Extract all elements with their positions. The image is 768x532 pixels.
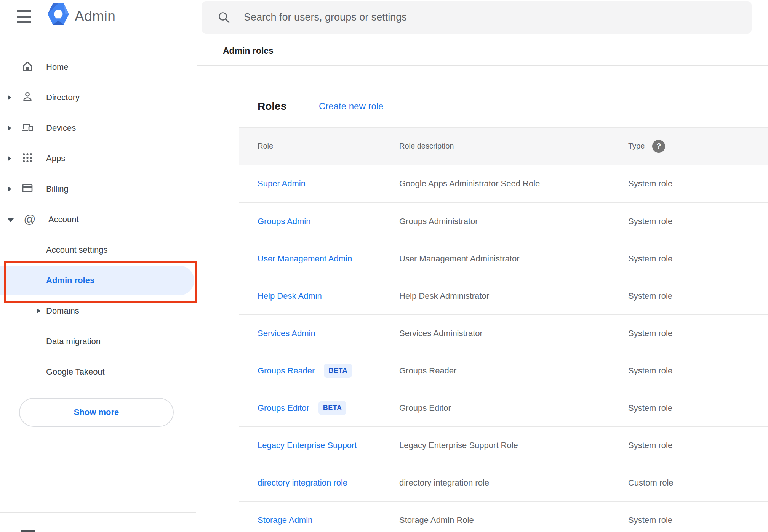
roles-title: Roles — [258, 100, 286, 112]
table-row-groups-editor: Groups Editor BETA Groups Editor System … — [239, 389, 768, 426]
table-header-row: Role Role description Type ? — [239, 127, 768, 165]
role-type: Custom role — [628, 478, 768, 488]
role-type: System role — [628, 366, 768, 376]
sidebar-subitem-google-takeout[interactable]: Google Takeout — [0, 357, 196, 387]
role-link[interactable]: Groups Admin — [258, 216, 310, 226]
roles-table-body: Super Admin Google Apps Administrator Se… — [239, 165, 768, 532]
column-header-type: Type — [628, 142, 645, 151]
role-description: Services Administrator — [399, 328, 628, 338]
table-row-groups-admin: Groups Admin Groups Administrator System… — [239, 202, 768, 240]
table-row-storage-admin: Storage Admin Storage Admin Role System … — [239, 501, 768, 532]
expand-arrow-icon[interactable] — [37, 309, 41, 313]
role-type: System role — [628, 441, 768, 450]
role-description: User Management Administrator — [399, 254, 628, 264]
role-link[interactable]: Super Admin — [258, 179, 306, 189]
role-link[interactable]: Storage Admin — [258, 515, 312, 525]
billing-card-icon — [21, 182, 34, 196]
beta-badge: BETA — [318, 401, 347, 415]
sidebar-item-home[interactable]: Home — [0, 52, 196, 82]
role-type: System role — [628, 515, 768, 525]
directory-person-icon — [21, 91, 34, 104]
search-icon — [217, 11, 231, 24]
sidebar-nav-top: Home Directory Devices Apps — [0, 52, 196, 235]
table-row-help-desk-admin: Help Desk Admin Help Desk Administrator … — [239, 277, 768, 314]
table-row-directory-integration-role: directory integration role directory int… — [239, 464, 768, 501]
role-description: Legacy Enterprise Support Role — [399, 441, 628, 450]
table-row-super-admin: Super Admin Google Apps Administrator Se… — [239, 165, 768, 202]
breadcrumb: Admin roles — [223, 46, 274, 56]
role-description: Groups Editor — [399, 403, 628, 413]
sidebar-item-devices[interactable]: Devices — [0, 113, 196, 143]
role-description: Groups Administrator — [399, 216, 628, 226]
expand-arrow-icon[interactable] — [8, 218, 14, 222]
role-link[interactable]: Groups Reader — [258, 366, 315, 376]
column-header-role-description: Role description — [399, 142, 628, 151]
column-header-role: Role — [258, 142, 399, 151]
role-type: System role — [628, 291, 768, 301]
role-description: Google Apps Administrator Seed Role — [399, 179, 628, 189]
role-description: directory integration role — [399, 478, 628, 488]
expand-arrow-icon[interactable] — [8, 125, 11, 131]
role-type: System role — [628, 254, 768, 264]
sidebar: Admin Home Directory Devices — [0, 0, 196, 532]
sidebar-nav-children: Account settings Admin roles Domains Dat… — [0, 235, 196, 387]
role-type: System role — [628, 403, 768, 413]
account-at-icon: @ — [24, 213, 35, 226]
hamburger-menu-icon[interactable] — [17, 10, 31, 23]
role-description: Storage Admin Role — [399, 515, 628, 525]
table-row-groups-reader: Groups Reader BETA Groups Reader System … — [239, 352, 768, 389]
sidebar-subitem-admin-roles[interactable]: Admin roles — [0, 265, 196, 296]
search-bar[interactable] — [202, 1, 752, 34]
create-new-role-link[interactable]: Create new role — [319, 101, 383, 112]
app-title: Admin — [75, 8, 115, 24]
role-link[interactable]: Services Admin — [258, 328, 315, 338]
roles-card-header: Roles Create new role — [239, 85, 768, 127]
expand-arrow-icon[interactable] — [8, 156, 11, 161]
table-row-legacy-enterprise-support: Legacy Enterprise Support Legacy Enterpr… — [239, 426, 768, 464]
beta-badge: BETA — [324, 364, 352, 378]
sidebar-item-billing[interactable]: Billing — [0, 174, 196, 204]
role-type: System role — [628, 328, 768, 338]
sidebar-item-directory[interactable]: Directory — [0, 82, 196, 113]
devices-icon — [21, 121, 34, 135]
expand-arrow-icon[interactable] — [8, 95, 11, 100]
table-row-user-management-admin: User Management Admin User Management Ad… — [239, 240, 768, 277]
role-link[interactable]: Help Desk Admin — [258, 291, 322, 301]
search-input[interactable] — [244, 11, 720, 23]
role-description: Help Desk Administrator — [399, 291, 628, 301]
home-icon — [21, 60, 34, 74]
sidebar-subitem-data-migration[interactable]: Data migration — [0, 326, 196, 357]
sidebar-nav: Home Directory Devices Apps — [0, 52, 196, 387]
show-more-button[interactable]: Show more — [19, 398, 174, 427]
help-icon[interactable]: ? — [652, 140, 665, 153]
sidebar-item-apps[interactable]: Apps — [0, 143, 196, 174]
sidebar-subitem-account-settings[interactable]: Account settings — [0, 235, 196, 265]
partial-bottom-icon — [21, 530, 35, 532]
content-divider — [197, 65, 768, 66]
sidebar-bottom-divider — [0, 512, 196, 513]
role-description: Groups Reader — [399, 366, 628, 376]
admin-logo-icon[interactable] — [48, 3, 69, 27]
role-type: System role — [628, 179, 768, 189]
apps-grid-icon — [22, 152, 33, 165]
sidebar-subitem-domains[interactable]: Domains — [0, 296, 196, 326]
role-type: System role — [628, 216, 768, 226]
role-link[interactable]: User Management Admin — [258, 254, 352, 264]
role-link[interactable]: directory integration role — [258, 478, 347, 488]
expand-arrow-icon[interactable] — [8, 186, 11, 192]
role-link[interactable]: Groups Editor — [258, 403, 309, 413]
role-link[interactable]: Legacy Enterprise Support — [258, 441, 357, 450]
table-row-services-admin: Services Admin Services Administrator Sy… — [239, 314, 768, 352]
roles-card: Roles Create new role Role Role descript… — [239, 85, 768, 532]
sidebar-item-account[interactable]: @ Account — [0, 204, 196, 235]
